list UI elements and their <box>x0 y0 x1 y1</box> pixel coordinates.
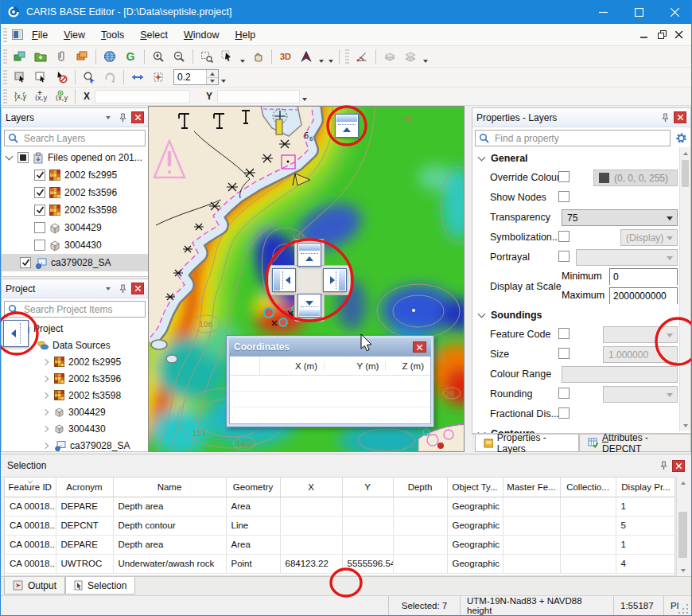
menu-help[interactable]: Help <box>227 27 263 43</box>
scroll-down-button[interactable] <box>677 564 689 576</box>
checkbox-checked[interactable] <box>34 205 45 216</box>
scroll-up-button[interactable] <box>677 477 689 489</box>
layers-menu-dropdown-icon[interactable] <box>102 111 115 124</box>
toolbar1-overflow[interactable] <box>329 60 333 63</box>
toolbar-measure-overflow[interactable] <box>423 60 428 63</box>
coordinates-window[interactable]: Coordinates X (m) Y (m) Z (m) <box>226 335 434 427</box>
layers-tree-item-fs3598[interactable]: 2002 fs3598 <box>2 201 148 219</box>
tristate-checkbox[interactable] <box>17 152 29 163</box>
layers-tree-item-fs2995[interactable]: 2002 fs2995 <box>2 166 148 184</box>
tolerance-up-button[interactable] <box>207 70 218 77</box>
zoom-out-icon[interactable] <box>169 48 189 65</box>
select-by-rect-icon[interactable] <box>10 68 30 86</box>
scroll-thumb[interactable] <box>678 512 687 558</box>
y-coordinate-field[interactable] <box>217 90 300 103</box>
menu-file[interactable]: File <box>24 27 56 43</box>
show-nodes-checkbox[interactable] <box>558 191 570 202</box>
toolbar3-grip[interactable] <box>3 89 7 103</box>
import-icon[interactable] <box>30 48 51 65</box>
toolbar-grip-2[interactable] <box>345 49 349 64</box>
zoom-to-selection-icon[interactable] <box>79 68 99 86</box>
dock-edge-left-button[interactable] <box>3 320 29 347</box>
feature-code-checkbox[interactable] <box>558 328 570 339</box>
toolbar3-overflow[interactable] <box>302 98 307 101</box>
properties-close-icon[interactable] <box>674 111 686 123</box>
checkbox-checked[interactable] <box>34 187 45 198</box>
col-name[interactable]: Name <box>113 478 226 497</box>
minimum-input[interactable] <box>610 270 677 285</box>
toolbar2-overflow[interactable] <box>221 80 226 83</box>
project-tree-ca379028[interactable]: ca379028_SA <box>2 437 148 454</box>
child-restore-button[interactable] <box>653 27 671 43</box>
col-feature-id[interactable]: Feature ID <box>5 478 56 497</box>
checkbox-unchecked[interactable] <box>34 222 45 233</box>
table-row[interactable]: CA 00018...UWTROCUnderwater/awash rockPo… <box>5 554 675 573</box>
properties-scrollbar[interactable] <box>679 147 690 431</box>
select-tool-dropdown[interactable] <box>240 60 245 63</box>
col-master-feature[interactable]: Master Fe... <box>503 478 560 497</box>
layers-tree-item-3004429[interactable]: 3004429 <box>2 219 148 236</box>
fit-width-icon[interactable] <box>127 68 148 86</box>
menu-window[interactable]: Window <box>176 27 227 43</box>
select-by-area-icon[interactable] <box>30 68 51 86</box>
col-object-type[interactable]: Object Ty... <box>447 478 503 497</box>
google-earth-icon[interactable]: G <box>120 48 141 65</box>
toolbar-grip[interactable] <box>3 49 7 64</box>
zoom-area-icon[interactable] <box>196 48 217 65</box>
layers-tree-item-3004430[interactable]: 3004430 <box>2 236 148 254</box>
col-x[interactable]: X <box>280 478 342 497</box>
transparency-combo[interactable]: 75 <box>562 209 678 226</box>
selection-pin-icon[interactable] <box>657 459 670 472</box>
resize-grip[interactable] <box>678 602 690 614</box>
layers-tree-item-ca379028[interactable]: ca379028_SA <box>2 254 148 271</box>
tab-selection[interactable]: Selection <box>65 577 135 595</box>
select-tool-icon[interactable] <box>217 48 238 65</box>
col-geometry[interactable]: Geometry <box>226 478 280 497</box>
tolerance-input[interactable] <box>174 72 206 83</box>
menu-tools[interactable]: Tools <box>93 27 132 43</box>
properties-pin-icon[interactable] <box>659 111 671 124</box>
table-row[interactable]: CA 00018...DEPAREDepth areaAreaGeographi… <box>5 497 675 516</box>
attach-icon[interactable] <box>51 48 72 65</box>
project-tree-fs3596[interactable]: 2002 fs3596 <box>2 370 148 387</box>
copy-folders-icon[interactable] <box>72 48 92 65</box>
pan-icon[interactable] <box>247 48 268 65</box>
col-y[interactable]: Y <box>342 478 393 497</box>
tab-output[interactable]: Output <box>4 577 65 595</box>
fractional-checkbox[interactable] <box>558 407 570 419</box>
section-soundings[interactable]: Soundings <box>472 306 690 325</box>
dock-top-button[interactable] <box>297 243 321 267</box>
layers-close-icon[interactable] <box>131 111 144 123</box>
project-pin-icon[interactable] <box>116 283 129 295</box>
scroll-thumb[interactable] <box>682 160 689 187</box>
north-arrow-dropdown[interactable] <box>319 60 324 63</box>
section-general[interactable]: General <box>472 149 690 168</box>
selection-scrollbar[interactable] <box>676 477 689 576</box>
dock-edge-top-button[interactable] <box>335 114 359 138</box>
layers-search-input[interactable] <box>22 132 142 145</box>
coordinates-title-bar[interactable]: Coordinates <box>229 338 431 356</box>
col-depth[interactable]: Depth <box>393 478 447 497</box>
selection-close-icon[interactable] <box>672 460 685 472</box>
project-tree-fs2995[interactable]: 2002 fs2995 <box>2 353 148 370</box>
project-menu-dropdown-icon[interactable] <box>102 283 115 295</box>
minimize-button[interactable] <box>585 0 621 24</box>
project-tree-3004430[interactable]: 3004430 <box>2 420 148 437</box>
close-button[interactable] <box>657 0 692 24</box>
col-collection[interactable]: Collectio... <box>560 478 616 497</box>
clear-selection-icon[interactable] <box>51 68 72 86</box>
scroll-down-button[interactable] <box>680 419 690 431</box>
xy-target-icon[interactable]: (x,y) <box>51 88 72 105</box>
scroll-up-button[interactable] <box>680 147 690 159</box>
rounding-checkbox[interactable] <box>558 388 570 399</box>
col-acronym[interactable]: Acronym <box>56 478 113 497</box>
layers-pin-icon[interactable] <box>116 111 129 124</box>
coordinates-close-icon[interactable] <box>413 341 426 353</box>
dock-left-button[interactable] <box>272 268 296 292</box>
dock-bottom-button[interactable] <box>297 294 321 318</box>
menubar-grip[interactable] <box>3 28 7 42</box>
child-minimize-button[interactable] <box>636 27 653 43</box>
dock-right-button[interactable] <box>323 268 347 292</box>
checkbox-checked[interactable] <box>34 170 45 181</box>
checkbox-unchecked[interactable] <box>34 240 45 251</box>
